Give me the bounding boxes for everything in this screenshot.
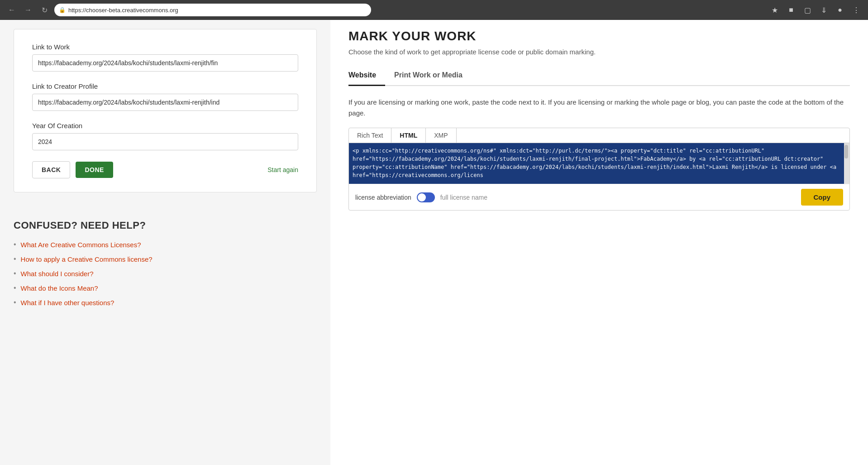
- help-link-3[interactable]: What should I consider?: [21, 270, 94, 278]
- code-tabs: Rich Text HTML XMP: [349, 128, 849, 143]
- code-scrollbar[interactable]: [844, 143, 849, 184]
- tab-print-work[interactable]: Print Work or Media: [385, 67, 472, 86]
- extensions-button[interactable]: ▢: [801, 4, 814, 16]
- left-panel: Link to Work Link to Creator Profile Yea…: [0, 20, 330, 465]
- address-bar[interactable]: 🔒 https://chooser-beta.creativecommons.o…: [54, 4, 371, 16]
- browser-chrome: ← → ↻ 🔒 https://chooser-beta.creativecom…: [0, 0, 868, 20]
- help-link-item-2: How to apply a Creative Commons license?: [14, 255, 317, 263]
- help-title: CONFUSED? NEED HELP?: [14, 220, 317, 231]
- toggle-knob: [418, 193, 426, 201]
- link-to-work-input[interactable]: [32, 54, 298, 72]
- url-text: https://chooser-beta.creativecommons.org: [68, 7, 178, 14]
- forward-nav-button[interactable]: →: [22, 4, 34, 16]
- year-of-creation-group: Year Of Creation: [32, 122, 298, 150]
- code-container: Rich Text HTML XMP <p xmlns:cc="http://c…: [348, 128, 850, 211]
- link-to-creator-label: Link to Creator Profile: [32, 82, 298, 90]
- year-of-creation-label: Year Of Creation: [32, 122, 298, 129]
- help-link-2[interactable]: How to apply a Creative Commons license?: [21, 255, 153, 263]
- download-button[interactable]: ⇓: [817, 4, 830, 16]
- link-to-work-label: Link to Work: [32, 43, 298, 51]
- help-link-item-3: What should I consider?: [14, 269, 317, 278]
- help-link-item-1: What Are Creative Commons Licenses?: [14, 240, 317, 249]
- profile-button[interactable]: ●: [834, 4, 846, 16]
- main-tab-group: Website Print Work or Media: [348, 67, 850, 86]
- help-link-5[interactable]: What if I have other questions?: [21, 299, 114, 307]
- full-license-name-label: full license name: [440, 194, 487, 201]
- back-nav-button[interactable]: ←: [5, 4, 18, 16]
- link-to-creator-input[interactable]: [32, 94, 298, 111]
- help-section: CONFUSED? NEED HELP? What Are Creative C…: [14, 220, 317, 307]
- license-abbreviation-label: license abbreviation: [355, 194, 411, 201]
- help-link-4[interactable]: What do the Icons Mean?: [21, 284, 98, 292]
- scrollbar-track: [844, 143, 849, 184]
- help-links: What Are Creative Commons Licenses? How …: [14, 240, 317, 307]
- toggle-group: [417, 192, 435, 202]
- reload-button[interactable]: ↻: [38, 4, 51, 16]
- code-tab-html[interactable]: HTML: [391, 128, 426, 143]
- right-panel: MARK YOUR WORK Choose the kind of work t…: [330, 20, 868, 465]
- scrollbar-thumb: [844, 145, 848, 158]
- code-tab-rich-text[interactable]: Rich Text: [349, 128, 391, 143]
- code-tab-xmp[interactable]: XMP: [426, 128, 456, 143]
- menu-button[interactable]: ⋮: [850, 4, 863, 16]
- code-text-area[interactable]: <p xmlns:cc="http://creativecommons.org/…: [349, 143, 844, 184]
- help-link-item-5: What if I have other questions?: [14, 298, 317, 307]
- help-link-item-4: What do the Icons Mean?: [14, 284, 317, 292]
- help-link-1[interactable]: What Are Creative Commons Licenses?: [21, 241, 141, 249]
- copy-button[interactable]: Copy: [801, 189, 844, 206]
- mark-subtitle: Choose the kind of work to get appropria…: [348, 48, 850, 56]
- instruction-text: If you are licensing or marking one work…: [348, 97, 850, 119]
- lock-icon: 🔒: [59, 7, 66, 13]
- code-content: <p xmlns:cc="http://creativecommons.org/…: [353, 148, 836, 178]
- page-content: Link to Work Link to Creator Profile Yea…: [0, 20, 868, 465]
- toggle-switch[interactable]: [417, 192, 435, 202]
- form-section: Link to Work Link to Creator Profile Yea…: [14, 29, 317, 192]
- mark-title: MARK YOUR WORK: [348, 29, 850, 43]
- bookmark-star-button[interactable]: ★: [768, 4, 781, 16]
- form-actions: BACK DONE Start again: [32, 161, 298, 178]
- browser-actions: ★ ■ ▢ ⇓ ● ⋮: [768, 4, 863, 16]
- tab-website[interactable]: Website: [348, 67, 385, 86]
- link-to-work-group: Link to Work: [32, 43, 298, 72]
- code-footer: license abbreviation full license name C…: [349, 184, 849, 210]
- pocket-button[interactable]: ■: [785, 4, 797, 16]
- start-again-button[interactable]: Start again: [267, 166, 298, 173]
- link-to-creator-group: Link to Creator Profile: [32, 82, 298, 111]
- year-of-creation-input[interactable]: [32, 133, 298, 150]
- done-button[interactable]: DONE: [76, 162, 113, 178]
- code-scroll-area: <p xmlns:cc="http://creativecommons.org/…: [349, 143, 849, 184]
- back-button[interactable]: BACK: [32, 161, 70, 178]
